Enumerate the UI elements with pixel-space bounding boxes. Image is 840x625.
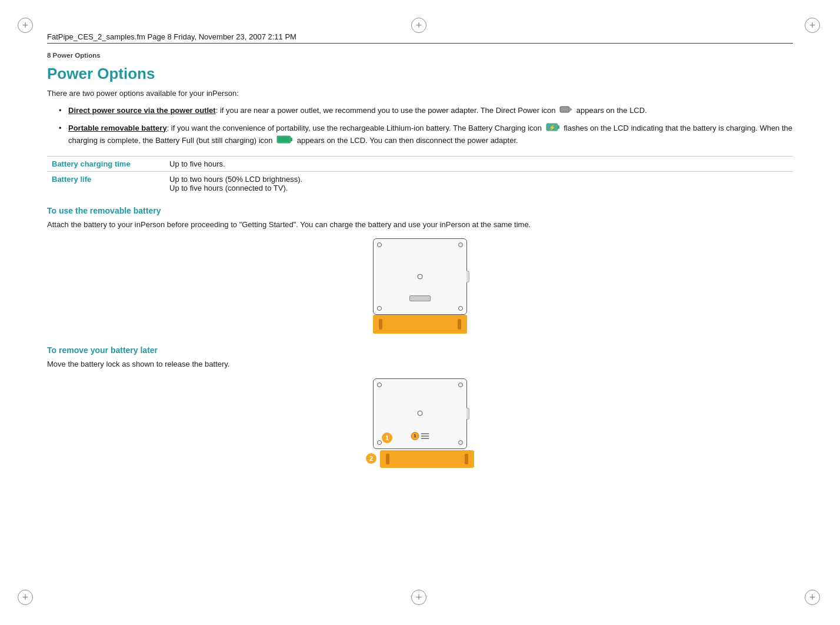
step-badge-1: 1: [382, 433, 392, 443]
page-container: FatPipe_CES_2_samples.fm Page 8 Friday, …: [0, 0, 840, 625]
svg-rect-3: [558, 125, 559, 129]
table-value-2: Up to two hours (50% LCD brightness). Up…: [165, 171, 793, 195]
lock-line-1: [421, 433, 429, 434]
step-badge-2: 2: [366, 453, 376, 464]
intro-text: There are two power options available fo…: [47, 89, 793, 98]
section1-body: Attach the battery to your inPerson befo…: [47, 219, 793, 231]
device2-side-notch: [466, 408, 469, 420]
lock-line-2: [421, 435, 429, 437]
table-row-2: Battery life Up to two hours (50% LCD br…: [47, 171, 793, 195]
main-content: Power Options There are two power option…: [47, 65, 793, 477]
bullet-1-text2: appears on the LCD.: [576, 106, 647, 115]
battery-charging-icon: ⚡: [546, 122, 560, 135]
battery-pack-2: [380, 450, 474, 468]
device-body-1: [373, 238, 467, 315]
svg-rect-6: [291, 138, 292, 141]
lock-badge: 1: [411, 432, 419, 440]
table-value-1: Up to five hours.: [165, 156, 793, 171]
reg-mark-tr: [805, 18, 822, 35]
bullet-2-label: Portable removable battery: [68, 124, 167, 132]
header-bar: FatPipe_CES_2_samples.fm Page 8 Friday, …: [47, 32, 793, 44]
page-title: Power Options: [47, 65, 793, 83]
battery-row-2: 2: [346, 449, 494, 468]
battery-life-value-2: Up to five hours (connected to TV).: [169, 184, 788, 192]
svg-text:⚡: ⚡: [548, 124, 555, 131]
lock-lines: [421, 433, 429, 439]
reg-mark-bc: [411, 590, 429, 607]
device-corner-dot-bl: [377, 306, 382, 311]
battery2-terminal-left: [386, 454, 389, 464]
battery2-terminal-right: [465, 454, 468, 464]
page-number: 8 Power Options: [47, 52, 101, 59]
table-label-1: Battery charging time: [47, 156, 165, 171]
table-row-1: Battery charging time Up to five hours.: [47, 156, 793, 171]
svg-rect-7: [278, 137, 289, 142]
header-filename: FatPipe_CES_2_samples.fm Page 8 Friday, …: [47, 32, 296, 41]
bullet-1-text: : if you are near a power outlet, we rec…: [216, 106, 556, 115]
bullet-1-label: Direct power source via the power outlet: [68, 106, 216, 115]
device-corner-dot-tl: [377, 242, 382, 247]
device2-corner-dot-tl: [377, 383, 382, 387]
reg-mark-br: [805, 590, 822, 607]
direct-power-icon: [559, 105, 572, 118]
device-center-dot: [418, 274, 423, 280]
device-illustration-2: 1 1: [346, 378, 494, 468]
svg-rect-0: [560, 107, 569, 112]
device2-center-dot: [418, 410, 423, 415]
device2-corner-dot-br: [458, 440, 463, 445]
bullet-2-text: : if you want the convenience of portabi…: [167, 124, 542, 132]
svg-marker-1: [570, 108, 572, 111]
section2-heading: To remove your battery later: [47, 345, 793, 355]
bullet-2-text3: appears on the LCD. You can then disconn…: [297, 136, 518, 145]
device-side-notch: [466, 271, 469, 282]
device-connector: [409, 295, 431, 301]
battery-life-value-1: Up to two hours (50% LCD brightness).: [169, 175, 788, 184]
battery-info-table: Battery charging time Up to five hours. …: [47, 156, 793, 195]
bullet-item-2: Portable removable battery: if you want …: [59, 122, 793, 148]
section2-body: Move the battery lock as shown to releas…: [47, 358, 793, 370]
battery-terminal-left: [379, 319, 382, 330]
device2-corner-dot-tr: [458, 383, 463, 387]
device-corner-dot-br: [458, 306, 463, 311]
battery-pack-1: [373, 315, 467, 334]
table-label-2: Battery life: [47, 171, 165, 195]
device-corner-dot-tr: [458, 242, 463, 247]
section1-heading: To use the removable battery: [47, 206, 793, 215]
reg-mark-tl: [18, 18, 35, 35]
device2-corner-dot-bl: [377, 440, 382, 445]
reg-mark-bl: [18, 590, 35, 607]
bullet-item-1: Direct power source via the power outlet…: [59, 105, 793, 118]
lock-indicator: 1: [411, 432, 429, 440]
bullet-list: Direct power source via the power outlet…: [59, 105, 793, 148]
device-illustration-1: [355, 238, 485, 334]
lock-line-3: [421, 438, 429, 439]
battery-full-icon: [276, 135, 293, 148]
battery-terminal-right: [458, 319, 461, 330]
